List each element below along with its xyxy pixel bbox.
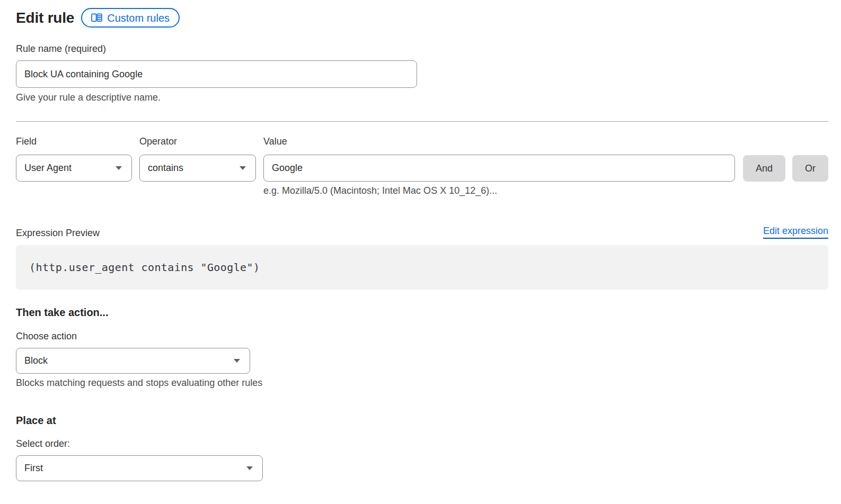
select-order-label: Select order: xyxy=(16,438,828,449)
book-icon xyxy=(91,13,102,23)
rule-name-label: Rule name (required) xyxy=(16,43,828,55)
value-input[interactable] xyxy=(263,155,735,182)
edit-rule-page: Edit rule Custom rules Rule name (requir… xyxy=(0,0,841,481)
action-select[interactable]: Block xyxy=(16,348,250,374)
order-select[interactable]: First xyxy=(16,455,263,481)
field-column: Field User Agent xyxy=(16,136,132,196)
caret-down-icon xyxy=(234,359,240,363)
action-select-value: Block xyxy=(24,355,48,366)
custom-rules-button[interactable]: Custom rules xyxy=(81,8,180,28)
operator-select-value: contains xyxy=(148,163,183,174)
and-or-buttons: And Or xyxy=(743,136,828,196)
operator-label: Operator xyxy=(139,136,256,147)
condition-row: Field User Agent Operator contains Value… xyxy=(16,136,828,196)
action-help-text: Blocks matching requests and stops evalu… xyxy=(16,377,828,389)
caret-down-icon xyxy=(246,466,253,470)
custom-rules-button-label: Custom rules xyxy=(107,13,170,23)
edit-expression-link[interactable]: Edit expression xyxy=(763,226,828,239)
field-label: Field xyxy=(16,136,132,147)
page-title: Edit rule xyxy=(16,8,74,28)
value-help-text: e.g. Mozilla/5.0 (Macintosh; Intel Mac O… xyxy=(263,185,735,196)
place-at-heading: Place at xyxy=(16,414,828,427)
action-heading: Then take action... xyxy=(16,306,828,319)
choose-action-label: Choose action xyxy=(16,331,828,342)
expression-code: (http.user_agent contains "Google") xyxy=(29,261,260,274)
caret-down-icon xyxy=(240,166,246,170)
section-divider xyxy=(16,121,828,122)
expression-header: Expression Preview Edit expression xyxy=(16,226,828,239)
field-select[interactable]: User Agent xyxy=(16,155,132,182)
or-button[interactable]: Or xyxy=(792,155,828,182)
caret-down-icon xyxy=(116,166,122,170)
value-column: Value e.g. Mozilla/5.0 (Macintosh; Intel… xyxy=(263,136,735,196)
operator-select[interactable]: contains xyxy=(139,155,256,182)
value-label: Value xyxy=(263,136,735,147)
rule-name-help-text: Give your rule a descriptive name. xyxy=(16,92,828,103)
order-select-value: First xyxy=(24,463,43,474)
field-select-value: User Agent xyxy=(24,163,72,174)
expression-preview-box: (http.user_agent contains "Google") xyxy=(16,245,828,290)
operator-column: Operator contains xyxy=(139,136,256,196)
and-button[interactable]: And xyxy=(743,155,785,182)
rule-name-input[interactable] xyxy=(16,60,417,88)
page-header: Edit rule Custom rules xyxy=(16,8,828,28)
expression-preview-label: Expression Preview xyxy=(16,228,100,239)
